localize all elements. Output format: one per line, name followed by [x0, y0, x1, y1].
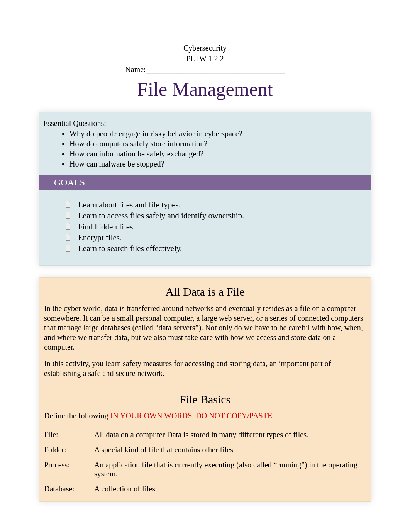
define-colon: : — [280, 411, 282, 420]
definition-cell[interactable]: A special kind of file that contains oth… — [89, 442, 371, 457]
table-row: Database: A collection of files — [39, 481, 371, 496]
essential-heading: Essential Questions: — [43, 119, 367, 128]
course-name: Cybersecurity — [39, 42, 371, 53]
definition-cell[interactable]: A collection of files — [89, 481, 371, 496]
essential-goals-box: Essential Questions: Why do people engag… — [39, 112, 371, 266]
goals-list: Learn about files and file types. Learn … — [39, 190, 371, 266]
essential-list: Why do people engage in risky behavior i… — [43, 129, 367, 169]
name-label: Name: — [125, 65, 146, 74]
definition-cell[interactable]: All data on a computer Data is stored in… — [89, 427, 371, 442]
essential-item: How can information be safely exchanged? — [69, 149, 367, 159]
essential-item: Why do people engage in risky behavior i… — [69, 129, 367, 139]
document-header: Cybersecurity PLTW 1.2.2 Name:__________… — [39, 42, 371, 75]
define-warning: IN YOUR OWN WORDS. DO NOT COPY/PASTE — [110, 411, 272, 420]
goals-item: Find hidden files. — [66, 221, 367, 232]
section-title-data-file: All Data is a File — [39, 277, 371, 304]
essential-questions-section: Essential Questions: Why do people engag… — [39, 112, 371, 171]
term-cell: Database: — [39, 481, 89, 496]
table-row: Process: An application file that is cur… — [39, 457, 371, 481]
course-code: PLTW 1.2.2 — [39, 53, 371, 64]
section-title-file-basics: File Basics — [39, 385, 371, 411]
name-blank[interactable]: ____________________________________ — [146, 65, 285, 74]
define-instruction: Define the following IN YOUR OWN WORDS. … — [39, 411, 371, 420]
essential-item: How do computers safely store informatio… — [69, 139, 367, 149]
goals-item: Encrypt files. — [66, 232, 367, 243]
define-prefix: Define the following — [44, 411, 110, 420]
content-box: All Data is a File In the cyber world, d… — [39, 277, 371, 502]
table-row: File: All data on a computer Data is sto… — [39, 427, 371, 442]
definition-cell[interactable]: An application file that is currently ex… — [89, 457, 371, 481]
goals-item: Learn to access files safely and identif… — [66, 210, 367, 221]
term-cell: File: — [39, 427, 89, 442]
goals-item: Learn about files and file types. — [66, 199, 367, 210]
page-title: File Management — [39, 78, 371, 100]
essential-item: How can malware be stopped? — [69, 159, 367, 169]
define-suffix — [272, 411, 280, 420]
section1-paragraph1: In the cyber world, data is transferred … — [39, 304, 371, 352]
section1-paragraph2: In this activity, you learn safety measu… — [39, 359, 371, 378]
goals-heading: GOALS — [39, 175, 371, 190]
term-cell: Folder: — [39, 442, 89, 457]
table-row: Folder: A special kind of file that cont… — [39, 442, 371, 457]
definitions-table: File: All data on a computer Data is sto… — [39, 427, 371, 496]
goals-item: Learn to search files effectively. — [66, 243, 367, 254]
name-field-line: Name:___________________________________… — [39, 64, 371, 75]
term-cell: Process: — [39, 457, 89, 481]
